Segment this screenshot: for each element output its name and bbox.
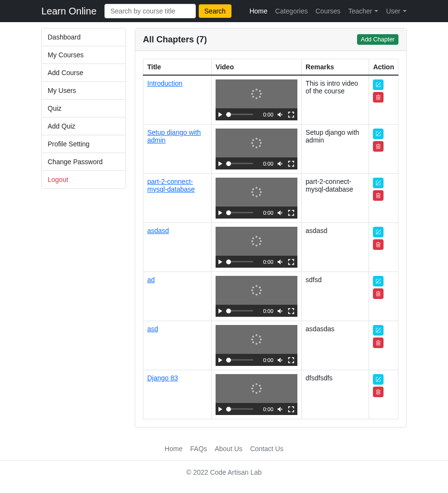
video-player[interactable]: 0:00 [216, 227, 297, 268]
progress-slider[interactable] [226, 163, 253, 164]
sidebar-item-dashboard[interactable]: Dashboard [42, 28, 126, 46]
loading-spinner-icon [251, 334, 262, 345]
edit-button[interactable] [373, 129, 384, 139]
video-player[interactable]: 0:00 [216, 325, 297, 366]
nav-home[interactable]: Home [249, 7, 267, 15]
video-player[interactable]: 0:00 [216, 178, 297, 219]
footer-links: Home FAQs About Us Contact Us [0, 433, 448, 456]
delete-button[interactable] [373, 288, 384, 299]
fullscreen-icon[interactable] [288, 209, 294, 216]
col-action: Action [369, 59, 398, 76]
footer-contact[interactable]: Contact Us [250, 445, 283, 453]
video-controls: 0:00 [216, 256, 297, 268]
progress-slider[interactable] [226, 408, 253, 410]
fullscreen-icon[interactable] [288, 160, 294, 167]
volume-icon[interactable] [277, 209, 284, 216]
fullscreen-icon[interactable] [288, 308, 294, 314]
play-icon[interactable] [218, 259, 222, 264]
edit-button[interactable] [373, 227, 384, 237]
table-row: asd0:00asdasdas [143, 321, 398, 370]
delete-button[interactable] [373, 337, 384, 348]
footer-about[interactable]: About Us [215, 445, 243, 453]
play-icon[interactable] [218, 112, 222, 117]
chapter-title-link[interactable]: part-2-connect-mysql-database [147, 178, 195, 193]
delete-button[interactable] [373, 190, 384, 201]
search-button[interactable]: Search [199, 4, 231, 18]
sidebar-item-profile-setting[interactable]: Profile Setting [42, 135, 126, 153]
table-row: ad0:00sdfsd [143, 272, 398, 321]
chapter-title-link[interactable]: Introduction [147, 79, 182, 87]
navbar: Learn Online Search Home Categories Cour… [0, 0, 448, 22]
edit-button[interactable] [373, 325, 384, 336]
fullscreen-icon[interactable] [288, 111, 294, 118]
video-time: 0:00 [263, 161, 273, 167]
volume-icon[interactable] [277, 308, 284, 314]
footer-faqs[interactable]: FAQs [190, 445, 207, 453]
volume-icon[interactable] [277, 357, 284, 363]
sidebar-item-logout[interactable]: Logout [42, 171, 126, 188]
loading-spinner-icon [251, 236, 262, 246]
footer-home[interactable]: Home [165, 445, 182, 453]
video-player[interactable]: 0:00 [216, 129, 297, 169]
nav-categories[interactable]: Categories [275, 7, 308, 15]
col-video: Video [212, 59, 302, 76]
sidebar-item-my-courses[interactable]: My Courses [42, 46, 126, 64]
table-row: asdasd0:00asdasd [143, 223, 398, 272]
progress-slider[interactable] [226, 261, 253, 262]
copyright: © 2022 Code Artisan Lab [0, 465, 448, 488]
add-chapter-button[interactable]: Add Chapter [357, 34, 398, 45]
fullscreen-icon[interactable] [288, 259, 294, 265]
edit-button[interactable] [373, 276, 384, 286]
chapter-title-link[interactable]: asdasd [147, 227, 169, 234]
edit-button[interactable] [373, 79, 384, 90]
table-row: Django 830:00dfsdfsdfs [143, 370, 398, 419]
video-player[interactable]: 0:00 [216, 79, 297, 120]
chapter-remarks: asdasdas [302, 321, 369, 370]
brand-link[interactable]: Learn Online [41, 6, 97, 17]
volume-icon[interactable] [277, 259, 284, 265]
nav-user-dropdown[interactable]: User [386, 7, 407, 15]
play-icon[interactable] [218, 161, 222, 166]
video-player[interactable]: 0:00 [216, 276, 297, 317]
delete-button[interactable] [373, 387, 384, 397]
video-player[interactable]: 0:00 [216, 374, 297, 415]
volume-icon[interactable] [277, 160, 284, 167]
play-icon[interactable] [218, 210, 222, 215]
sidebar-item-add-course[interactable]: Add Course [42, 64, 126, 82]
sidebar-item-add-quiz[interactable]: Add Quiz [42, 117, 126, 135]
page-title: All Chapters (7) [143, 35, 207, 45]
chapter-title-link[interactable]: Django 83 [147, 374, 178, 382]
volume-icon[interactable] [277, 111, 284, 118]
loading-spinner-icon [251, 383, 262, 394]
progress-slider[interactable] [226, 359, 253, 361]
delete-button[interactable] [373, 92, 384, 103]
progress-slider[interactable] [226, 212, 253, 213]
delete-button[interactable] [373, 239, 384, 250]
nav-teacher-dropdown[interactable]: Teacher [348, 7, 379, 15]
progress-slider[interactable] [226, 114, 253, 115]
volume-icon[interactable] [277, 406, 284, 413]
progress-slider[interactable] [226, 310, 253, 311]
sidebar-item-my-users[interactable]: My Users [42, 82, 126, 100]
nav-courses[interactable]: Courses [315, 7, 340, 15]
chapter-title-link[interactable]: asd [147, 325, 158, 333]
chapter-title-link[interactable]: Setup django with admin [147, 129, 201, 144]
delete-button[interactable] [373, 141, 384, 152]
card-header: All Chapters (7) Add Chapter [135, 28, 406, 51]
play-icon[interactable] [218, 358, 222, 363]
nav-teacher-label: Teacher [348, 7, 372, 15]
chapter-title-link[interactable]: ad [147, 276, 155, 284]
sidebar-item-change-password[interactable]: Change Password [42, 153, 126, 171]
sidebar-item-quiz[interactable]: Quiz [42, 100, 126, 117]
search-input[interactable] [104, 4, 196, 18]
sidebar: DashboardMy CoursesAdd CourseMy UsersQui… [41, 28, 126, 428]
loading-spinner-icon [251, 89, 262, 99]
edit-button[interactable] [373, 178, 384, 188]
loading-spinner-icon [251, 138, 262, 148]
edit-button[interactable] [373, 374, 384, 385]
play-icon[interactable] [218, 407, 222, 412]
fullscreen-icon[interactable] [288, 406, 294, 413]
loading-spinner-icon [251, 187, 262, 197]
play-icon[interactable] [218, 309, 222, 313]
fullscreen-icon[interactable] [288, 357, 294, 363]
